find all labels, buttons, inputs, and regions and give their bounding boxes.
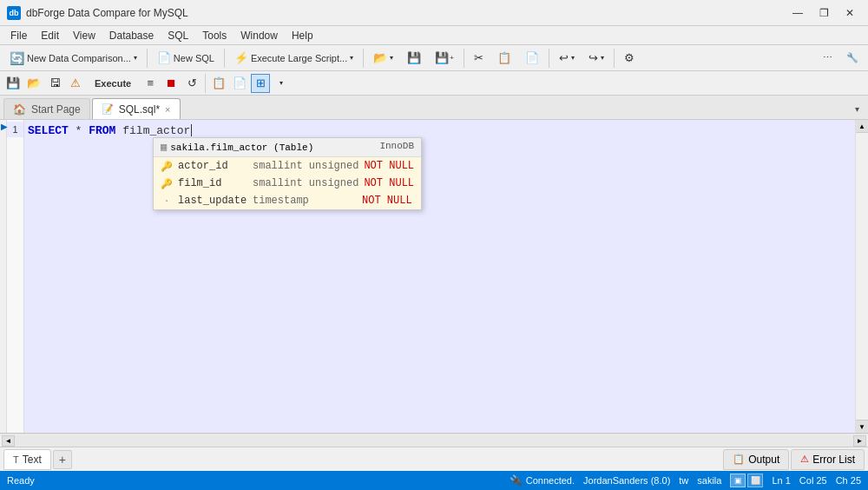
tab-sql[interactable]: 📝 SQL.sql* × bbox=[92, 98, 181, 119]
execute-button[interactable]: Execute bbox=[87, 74, 139, 93]
tb2-stop[interactable]: ⏹ bbox=[161, 74, 181, 93]
tb2-warning[interactable]: ⚠ bbox=[66, 74, 85, 93]
new-data-comparison-button[interactable]: 🔄 New Data Comparison... ▾ bbox=[3, 48, 143, 69]
minimize-button[interactable]: — bbox=[786, 4, 809, 22]
error-list-icon: ⚠ bbox=[800, 454, 809, 465]
scroll-up-button[interactable]: ▲ bbox=[856, 120, 868, 133]
editor-wrapper: ▶ 1 SELECT * FROM film_actor ▦ sakila.fi… bbox=[0, 120, 868, 434]
customize-button[interactable]: 🔧 bbox=[840, 48, 865, 69]
ac-null-actor-id: NOT NULL bbox=[364, 160, 414, 172]
tb2-grid[interactable]: ⊞ bbox=[251, 74, 270, 93]
ac-row-film-id[interactable]: 🔑 film_id smallint unsigned NOT NULL bbox=[154, 175, 421, 192]
line-info: Ln 1 bbox=[772, 475, 790, 486]
cut-button[interactable]: ✂ bbox=[468, 48, 490, 69]
line-gutter: 1 bbox=[7, 120, 24, 433]
scroll-right-button[interactable]: ► bbox=[853, 435, 866, 447]
ac-table-icon: ▦ bbox=[161, 141, 167, 154]
sql-tab-label: SQL.sql* bbox=[119, 103, 160, 116]
status-left: Ready bbox=[7, 475, 35, 486]
ac-field-film-id: film_id bbox=[178, 177, 247, 189]
maximize-button[interactable]: ❐ bbox=[812, 4, 835, 22]
menu-window[interactable]: Window bbox=[233, 28, 285, 43]
new-data-label: New Data Comparison... bbox=[27, 53, 131, 63]
undo-button[interactable]: ↩▾ bbox=[553, 48, 581, 69]
menu-tools[interactable]: Tools bbox=[195, 28, 233, 43]
ac-engine: InnoDB bbox=[379, 141, 414, 154]
title-text: dbForge Data Compare for MySQL bbox=[26, 7, 188, 19]
ac-type-actor-id: smallint unsigned bbox=[253, 160, 358, 172]
autocomplete-header: ▦ sakila.film_actor (Table) InnoDB bbox=[154, 138, 421, 157]
connection-status: 🔌 Connected. bbox=[510, 474, 575, 487]
keyword-select: SELECT bbox=[28, 124, 69, 137]
ac-table-name: ▦ sakila.film_actor (Table) bbox=[161, 141, 313, 154]
horizontal-scroll-track[interactable] bbox=[15, 435, 853, 447]
tb2-copy[interactable]: 📋 bbox=[209, 74, 228, 93]
menu-database[interactable]: Database bbox=[102, 28, 161, 43]
execute-large-dropdown-arrow[interactable]: ▾ bbox=[350, 54, 353, 62]
save-button[interactable]: 💾 bbox=[401, 48, 427, 69]
scroll-left-button[interactable]: ◄ bbox=[2, 435, 15, 447]
tb2-open[interactable]: 📂 bbox=[24, 74, 43, 93]
separator5 bbox=[549, 49, 549, 68]
output-label: Output bbox=[748, 454, 779, 466]
ac-row-last-update[interactable]: · last_update timestamp NOT NULL bbox=[154, 192, 421, 209]
status-ready: Ready bbox=[7, 475, 35, 486]
new-sql-button[interactable]: 📄 New SQL bbox=[151, 48, 220, 69]
new-data-icon: 🔄 bbox=[10, 51, 24, 65]
tb2-refresh[interactable]: ↺ bbox=[182, 74, 201, 93]
menu-edit[interactable]: Edit bbox=[34, 28, 66, 43]
toolbar2: 💾 📂 🖫 ⚠ Execute ≡ ⏹ ↺ 📋 📄 ⊞ ▾ bbox=[0, 71, 868, 96]
tb2-dropdown[interactable]: ▾ bbox=[272, 74, 291, 93]
new-data-dropdown-arrow[interactable]: ▾ bbox=[134, 54, 137, 62]
menu-view[interactable]: View bbox=[66, 28, 102, 43]
connection-icon: 🔌 bbox=[510, 474, 523, 487]
new-sql-label: New SQL bbox=[174, 53, 214, 63]
horizontal-scrollbar: ◄ ► bbox=[0, 434, 868, 447]
ac-field-last-update: last_update bbox=[178, 195, 247, 207]
separator-tb2 bbox=[205, 74, 206, 93]
ac-null-film-id: NOT NULL bbox=[364, 177, 414, 189]
open-dropdown-button[interactable]: 📂▾ bbox=[367, 48, 399, 69]
tb2-paste[interactable]: 📄 bbox=[230, 74, 249, 93]
menu-help[interactable]: Help bbox=[285, 28, 320, 43]
ac-row-actor-id[interactable]: 🔑 actor_id smallint unsigned NOT NULL bbox=[154, 157, 421, 175]
sql-tab-close[interactable]: × bbox=[165, 104, 170, 115]
sql-tab-icon: 📝 bbox=[102, 103, 114, 115]
redo-button[interactable]: ↪▾ bbox=[582, 48, 610, 69]
tab-dropdown-button[interactable]: ▾ bbox=[849, 98, 865, 119]
scroll-down-button[interactable]: ▼ bbox=[856, 420, 868, 433]
editor-content[interactable]: SELECT * FROM film_actor ▦ sakila.film_a… bbox=[24, 120, 855, 433]
single-pane-button[interactable]: ▣ bbox=[730, 473, 746, 487]
tb2-save[interactable]: 💾 bbox=[3, 74, 23, 93]
error-list-label: Error List bbox=[812, 454, 855, 466]
menu-file[interactable]: File bbox=[3, 28, 34, 43]
text-cursor bbox=[191, 124, 192, 136]
copy-button[interactable]: 📋 bbox=[491, 48, 517, 69]
more-options-button[interactable]: ⋯ bbox=[817, 48, 838, 69]
sql-table-name: film_actor bbox=[122, 124, 190, 137]
col-info: Col 25 bbox=[799, 475, 827, 486]
new-sql-icon: 📄 bbox=[157, 51, 171, 64]
execute-large-script-button[interactable]: ⚡ Execute Large Script... ▾ bbox=[228, 48, 359, 69]
ac-type-last-update: timestamp bbox=[253, 195, 357, 207]
output-icon: 📋 bbox=[733, 454, 745, 465]
sql-line-1: SELECT * FROM film_actor bbox=[28, 122, 852, 139]
bottom-tabs-bar: T Text + 📋 Output ⚠ Error List bbox=[0, 447, 868, 471]
error-list-tab[interactable]: ⚠ Error List bbox=[791, 449, 865, 470]
menu-sql[interactable]: SQL bbox=[161, 28, 195, 43]
tb2-execute-all[interactable]: ≡ bbox=[141, 74, 160, 93]
bottom-tab-text[interactable]: T Text bbox=[3, 449, 51, 470]
autocomplete-popup: ▦ sakila.film_actor (Table) InnoDB 🔑 act… bbox=[153, 137, 422, 210]
ac-field-icon-last: · bbox=[161, 195, 173, 206]
paste-button[interactable]: 📄 bbox=[519, 48, 545, 69]
close-button[interactable]: ✕ bbox=[838, 4, 861, 22]
connection-label: Connected. bbox=[526, 475, 575, 486]
separator1 bbox=[147, 49, 148, 68]
add-result-tab-button[interactable]: + bbox=[53, 450, 72, 469]
options-button[interactable]: ⚙ bbox=[618, 48, 641, 69]
output-tab[interactable]: 📋 Output bbox=[723, 449, 789, 470]
split-pane-button[interactable]: ⬜ bbox=[747, 473, 763, 487]
save-all-button[interactable]: 💾+ bbox=[429, 48, 460, 69]
tab-start-page[interactable]: 🏠 Start Page bbox=[3, 98, 90, 119]
tb2-saveas[interactable]: 🖫 bbox=[45, 74, 64, 93]
